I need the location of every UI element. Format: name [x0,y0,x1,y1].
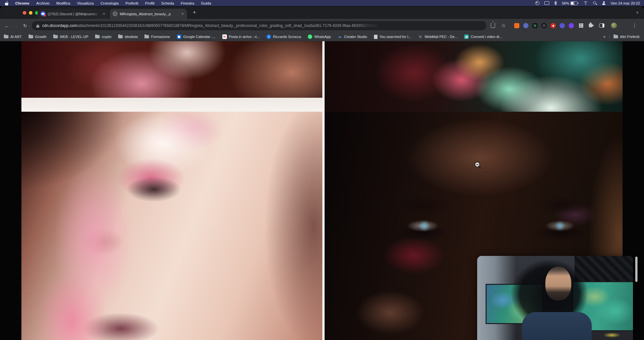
midjourney-image-top-left[interactable] [21,41,322,98]
extension-icon-black[interactable] [541,23,547,28]
extension-icon-purple[interactable] [569,23,574,28]
other-bookmarks-folder[interactable]: Altri Preferiti [613,35,639,39]
browser-toolbar: ← → ↻ cdn.discordapp.com/attachments/101… [0,19,644,32]
presenter-head [545,267,571,300]
extension-icon-orange[interactable] [514,23,519,28]
bluetooth-icon[interactable] [554,1,557,5]
tab-close-icon[interactable]: × [181,12,184,16]
screen-glow [603,333,621,338]
bookmark-whatsapp[interactable]: WhatsApp [308,34,331,39]
url-path: /attachments/1013512335442333816/1088905… [77,23,381,28]
wifi-icon[interactable] [583,1,588,5]
bookmark-folder-formazione[interactable]: Formazione [144,35,170,39]
facebook-icon: f [266,34,271,39]
extension-icon-red[interactable] [551,23,556,28]
menu-item-scheda[interactable]: Scheda [161,1,174,5]
webcam-overlay [477,256,633,340]
bookmark-folder-idealista[interactable]: idealista [118,35,138,39]
folder-icon [613,35,618,38]
folder-icon [29,35,33,38]
menu-item-profili[interactable]: Profili [145,1,155,5]
bookmarks-right-group: » Altri Preferiti [603,34,639,39]
screen: Chrome Archivio Modifica Visualizza Cron… [0,0,644,340]
tab-close-icon[interactable]: × [102,12,105,16]
extension-icon-blue[interactable] [523,23,528,28]
bookmark-star-icon[interactable]: ☆ [501,22,506,29]
page-icon [374,35,378,39]
bookmarks-overflow-icon[interactable]: » [603,34,605,39]
bookmark-webmail-pec[interactable]: WebMail PEC - De... [418,34,457,39]
menu-item-preferiti[interactable]: Preferiti [125,1,138,5]
google-calendar-icon [177,34,181,39]
folder-icon [118,35,123,38]
control-center-icon[interactable] [602,1,606,5]
side-panel-icon[interactable] [599,23,604,28]
window-controls [23,11,39,15]
battery-indicator[interactable]: 56% [562,1,578,5]
folder-icon [53,35,58,38]
bookmark-folder-crypto[interactable]: crypto [95,35,111,39]
folder-icon [144,35,149,38]
chrome-menu-icon[interactable]: ⋮ [632,22,637,28]
menu-item-modifica[interactable]: Modifica [56,1,70,5]
meta-icon: ∞ [338,34,342,39]
extensions-puzzle-icon[interactable] [589,24,592,27]
extension-grid-icon[interactable] [579,23,583,28]
presenter-body [522,312,592,340]
zoom-out-cursor [475,162,482,169]
tab-title: MRregista_Abstract_beauty._p [120,12,179,16]
midjourney-image-bottom-left[interactable] [21,112,322,340]
bookmark-video-converter[interactable]: ⇄Converti i video di... [464,34,502,39]
close-window-button[interactable] [23,11,26,15]
menu-item-visualizza[interactable]: Visualizza [77,1,94,5]
bookmark-gmail[interactable]: MPosta in arrivo - ri... [222,34,260,39]
menu-item-archivio[interactable]: Archivio [36,1,49,5]
reload-button[interactable]: ↻ [21,19,29,32]
discord-favicon [41,11,45,16]
bookmark-folder-ai-art[interactable]: AI ART [4,35,22,39]
profile-avatar[interactable] [611,22,617,29]
tab-discord[interactable]: (2762) Discord | @Midjourney × [38,9,108,19]
share-icon[interactable]: ↑ [491,23,495,28]
gmail-icon: M [222,34,227,39]
midjourney-image-top-right[interactable] [325,41,623,112]
globe-favicon [113,11,118,16]
image-grid-gap [322,41,325,340]
forward-button[interactable]: → [12,19,20,32]
address-bar[interactable]: cdn.discordapp.com/attachments/101351233… [32,21,486,30]
apple-logo-icon[interactable] [5,1,8,6]
chrome-window: (2762) Discord | @Midjourney × MRregista… [0,6,644,340]
scrollbar-thumb[interactable] [635,257,638,282]
bookmarks-divider [609,34,610,39]
bookmark-google-calendar[interactable]: Google Calendar -... [177,34,216,39]
display-mirroring-icon[interactable] [544,1,549,5]
extension-icon-indigo[interactable] [560,23,565,28]
screen-record-icon[interactable] [535,1,539,5]
new-tab-button[interactable]: + [193,9,196,15]
extension-icon-n[interactable]: N [532,23,538,28]
menu-bar-status: 56% Ven 24 mar 20:22 [535,1,644,5]
bookmark-facebook[interactable]: fRiccardo Scrocca [266,34,301,39]
menu-item-finestra[interactable]: Finestra [181,1,194,5]
macos-menu-bar: Chrome Archivio Modifica Visualizza Cron… [0,0,644,6]
tab-image-active[interactable]: MRregista_Abstract_beauty._p × [110,9,187,19]
menu-bar-left: Chrome Archivio Modifica Visualizza Cron… [0,1,211,6]
bookmark-you-searched[interactable]: You searched for I... [374,35,411,39]
ssl-lock-icon[interactable] [36,24,39,28]
image-light-band[interactable] [21,98,322,112]
menu-item-chrome[interactable]: Chrome [15,1,29,5]
minimize-window-button[interactable] [29,11,32,15]
url-domain: cdn.discordapp.com [42,23,77,28]
page-content [0,41,644,340]
back-button[interactable]: ← [3,19,11,32]
tab-strip: (2762) Discord | @Midjourney × MRregista… [0,6,644,19]
tab-search-chevron-icon[interactable]: ∨ [636,10,639,15]
bookmark-folder-web-level-up[interactable]: WEB - LEVEL-UP [53,35,88,39]
menu-item-guida[interactable]: Guida [201,1,211,5]
spotlight-search-icon[interactable] [593,1,597,5]
menu-item-cronologia[interactable]: Cronologia [101,1,119,5]
menu-bar-clock[interactable]: Ven 24 mar 20:22 [611,1,640,5]
bookmark-folder-growth[interactable]: Growth [29,35,46,39]
whatsapp-icon [308,34,312,39]
bookmark-creator-studio[interactable]: ∞Creator Studio [338,34,367,39]
